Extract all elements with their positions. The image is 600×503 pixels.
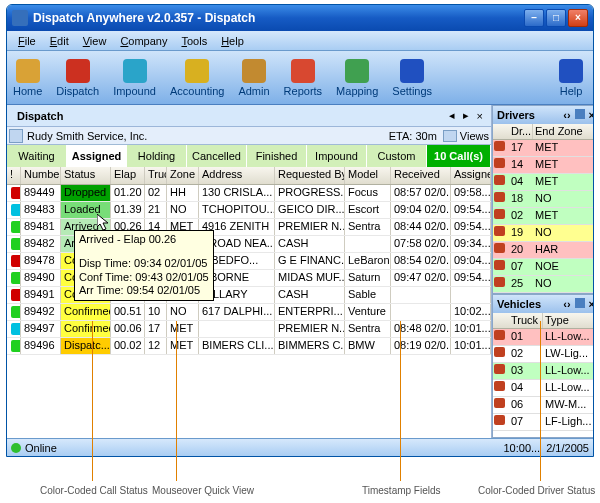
tab-close-icon[interactable]: × (473, 110, 487, 122)
driver-row[interactable]: 02MET (493, 208, 594, 225)
cell-received: 09:47 02/0... (391, 270, 451, 286)
close-button[interactable]: × (568, 9, 588, 27)
col-requestedby[interactable]: Requested By (275, 167, 345, 184)
truck-icon (494, 381, 505, 391)
toolbar-label: Settings (392, 85, 432, 97)
tab-waiting[interactable]: Waiting (7, 145, 67, 167)
cell-zone: HH (167, 185, 199, 201)
vehicle-row[interactable]: 04LL-Low... (493, 380, 594, 397)
menu-help[interactable]: Help (214, 33, 251, 49)
call-row[interactable]: 89492Confirmed00.5110NO617 DALPHI...ENTE… (7, 304, 491, 321)
call-row[interactable]: 89496Dispatc...00.0212METBIMERS CLI...BI… (7, 338, 491, 355)
cell-address: BIMERS CLI... (199, 338, 275, 354)
tab-custom[interactable]: Custom (367, 145, 427, 167)
toolbar-label: Mapping (336, 85, 378, 97)
col-assigned[interactable]: Assigned (451, 167, 491, 184)
col-address[interactable]: Address (199, 167, 275, 184)
pin-icon[interactable] (575, 298, 585, 308)
menu-file[interactable]: File (11, 33, 43, 49)
priority-icon (11, 272, 21, 284)
panel-close-icon[interactable]: × (589, 298, 594, 310)
col-zone[interactable]: Zone (167, 167, 199, 184)
tab-cancelled[interactable]: Cancelled (187, 145, 247, 167)
calls-count-badge: 10 Call(s) (427, 145, 491, 167)
toolbar-admin-button[interactable]: Admin (238, 59, 269, 97)
pin-icon[interactable] (575, 109, 585, 119)
menu-tools[interactable]: Tools (174, 33, 214, 49)
col-truck[interactable]: Truck (509, 313, 543, 328)
svg-marker-0 (97, 214, 108, 230)
vehicle-row[interactable]: 02LW-Lig... (493, 346, 594, 363)
tooltip-line: Conf Time: 09:43 02/01/05 (79, 271, 209, 285)
col-model[interactable]: Model (345, 167, 391, 184)
call-row[interactable]: 89449Dropped01.2002HH130 CRISLA...PROGRE… (7, 185, 491, 202)
chevron-icon[interactable]: ‹› (563, 298, 570, 310)
toolbar-accounting-button[interactable]: Accounting (170, 59, 224, 97)
col-status[interactable]: Status (61, 167, 111, 184)
toolbar-settings-button[interactable]: Settings (392, 59, 432, 97)
cell-model: BMW (345, 338, 391, 354)
driver-row[interactable]: 19NO (493, 225, 594, 242)
cell-received: 08:57 02/0... (391, 185, 451, 201)
priority-icon (11, 187, 21, 199)
panel-close-icon[interactable]: × (589, 109, 594, 121)
cell-requested-by: G E FINANC... (275, 253, 345, 269)
toolbar-impound-button[interactable]: Impound (113, 59, 156, 97)
minimize-button[interactable]: – (524, 9, 544, 27)
toolbar-reports-button[interactable]: Reports (284, 59, 323, 97)
driver-row[interactable]: 17MET (493, 140, 594, 157)
col-received[interactable]: Received (391, 167, 451, 184)
col-elap[interactable]: Elap (111, 167, 145, 184)
col-driver[interactable]: Dr... (509, 124, 533, 139)
vehicle-row[interactable]: 03LL-Low... (493, 363, 594, 380)
toolbar-label: Admin (238, 85, 269, 97)
toolbar-help-button[interactable]: Help (559, 59, 583, 97)
cell-address: 130 CRISLA... (199, 185, 275, 201)
menu-view[interactable]: View (76, 33, 114, 49)
cell-assigned: 09:54... (451, 219, 491, 235)
views-label[interactable]: Views (460, 130, 489, 142)
toolbar-dispatch-button[interactable]: Dispatch (56, 59, 99, 97)
vehicle-row[interactable]: 01LL-Low... (493, 329, 594, 346)
cell-truck: 17 (145, 321, 167, 337)
tab-holding[interactable]: Holding (127, 145, 187, 167)
col-endzone[interactable]: End Zone (533, 124, 594, 139)
col-type[interactable]: Type (543, 313, 594, 328)
driver-zone: MET (533, 174, 594, 190)
tab-finished[interactable]: Finished (247, 145, 307, 167)
annot-timestamp: Timestamp Fields (362, 485, 441, 496)
driver-row[interactable]: 14MET (493, 157, 594, 174)
vehicle-row[interactable]: 06MW-M... (493, 397, 594, 414)
tooltip-line: Disp Time: 09:34 02/01/05 (79, 257, 209, 271)
col-truck[interactable]: Truck (145, 167, 167, 184)
call-row[interactable]: 89483Loaded01.3921NOTCHOPITOU...GEICO DI… (7, 202, 491, 219)
views-icon[interactable] (443, 130, 457, 142)
toolbar-mapping-button[interactable]: Mapping (336, 59, 378, 97)
toolbar: HomeDispatchImpoundAccountingAdminReport… (7, 51, 593, 105)
vehicle-row[interactable]: 07LF-Ligh... (493, 414, 594, 431)
col-[interactable]: ! (7, 167, 21, 184)
tab-impound[interactable]: Impound (307, 145, 367, 167)
mapping-icon (345, 59, 369, 83)
cell-elap: 00.02 (111, 338, 145, 354)
cell-received: 09:04 02/0... (391, 202, 451, 218)
driver-row[interactable]: 18NO (493, 191, 594, 208)
driver-row[interactable]: 07NOE (493, 259, 594, 276)
tab-assigned[interactable]: Assigned (67, 145, 127, 167)
toolbar-home-button[interactable]: Home (13, 59, 42, 97)
chevron-icon[interactable]: ‹› (563, 109, 570, 121)
cell-status: Dispatc... (61, 338, 111, 354)
tab-chevron-left-icon[interactable]: ◂ (445, 109, 459, 122)
col-number[interactable]: Number (21, 167, 61, 184)
tab-chevron-right-icon[interactable]: ▸ (459, 109, 473, 122)
cell-status: Confirmed (61, 321, 111, 337)
menu-edit[interactable]: Edit (43, 33, 76, 49)
maximize-button[interactable]: □ (546, 9, 566, 27)
driver-row[interactable]: 04MET (493, 174, 594, 191)
cell-number: 89492 (21, 304, 61, 320)
menu-company[interactable]: Company (113, 33, 174, 49)
call-row[interactable]: 89497Confirmed00.0617METPREMIER N...Sent… (7, 321, 491, 338)
driver-row[interactable]: 20HAR (493, 242, 594, 259)
driver-row[interactable]: 25NO (493, 276, 594, 293)
service-dropdown-icon[interactable] (9, 129, 23, 143)
